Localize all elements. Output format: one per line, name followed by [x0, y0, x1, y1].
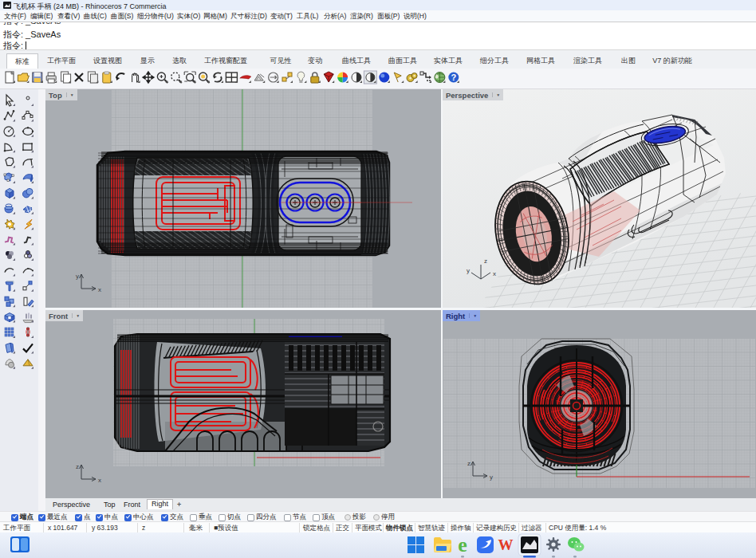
svg-text:y: y: [467, 267, 470, 274]
svg-text:z: z: [484, 257, 487, 265]
svg-text:x: x: [98, 477, 101, 484]
svg-text:y: y: [490, 474, 493, 481]
svg-text:e: e: [458, 533, 467, 556]
svg-text:z: z: [76, 463, 79, 470]
svg-text:x: x: [98, 286, 101, 293]
svg-text:x: x: [493, 270, 496, 277]
svg-text:y: y: [76, 273, 79, 280]
svg-text:W: W: [498, 536, 514, 553]
svg-text:?: ?: [451, 73, 456, 82]
svg-text:z: z: [467, 460, 471, 467]
